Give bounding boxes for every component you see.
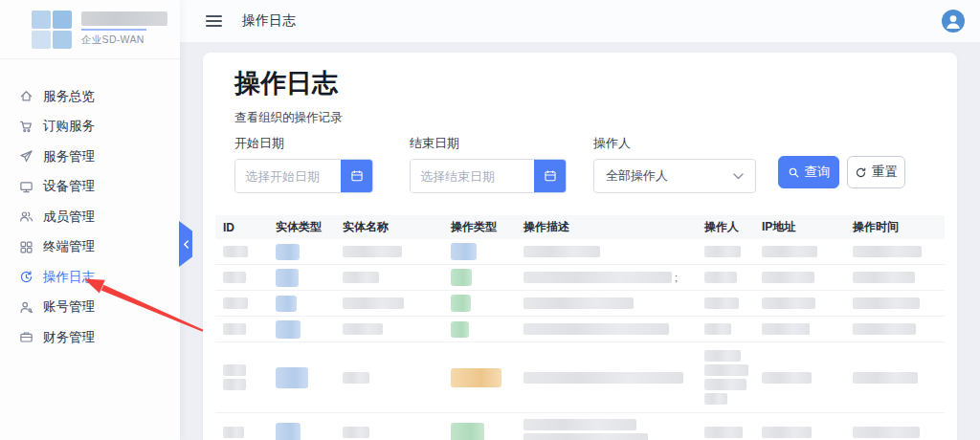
sidebar-item-order[interactable]: 订购服务	[0, 112, 180, 143]
redacted-block	[704, 350, 741, 362]
brand-underline	[81, 29, 146, 31]
sidebar-item-label: 操作日志	[43, 269, 95, 286]
redacted-block	[343, 246, 402, 257]
sidebar-item-label: 终端管理	[43, 238, 95, 255]
end-date-calendar-button[interactable]	[534, 160, 566, 192]
green-badge	[451, 321, 469, 338]
sidebar-item-finance[interactable]: 财务管理	[0, 322, 180, 353]
table-cell	[268, 244, 335, 260]
table-cell	[215, 246, 268, 257]
redacted-text	[853, 427, 920, 438]
table-cell	[268, 320, 335, 339]
table-cell	[754, 272, 845, 283]
table-cell	[215, 427, 268, 438]
query-button[interactable]: 查询	[778, 156, 839, 188]
redacted-block	[223, 246, 248, 257]
log-card: 操作日志 查看组织的操作记录 开始日期 结束日期	[203, 53, 957, 440]
menu-toggle-icon[interactable]	[206, 15, 222, 27]
sidebar-item-member[interactable]: 成员管理	[0, 202, 180, 232]
redacted-text	[343, 427, 369, 438]
redacted-block	[523, 419, 636, 430]
table-cell	[335, 297, 443, 309]
wallet-icon	[19, 330, 34, 345]
table-cell	[215, 297, 268, 309]
end-date-input[interactable]	[411, 160, 534, 192]
redacted-text	[704, 272, 737, 283]
sidebar-item-device[interactable]: 设备管理	[0, 172, 180, 203]
sidebar-item-label: 财务管理	[43, 329, 95, 346]
sidebar-item-account[interactable]: 账号管理	[0, 293, 180, 323]
redacted-block	[223, 364, 246, 376]
redacted-text	[704, 323, 731, 335]
redacted-text	[853, 246, 922, 257]
redacted-text	[343, 272, 379, 283]
table-cell	[845, 297, 945, 309]
brand-subtitle: 企业SD-WAN	[81, 33, 167, 47]
topbar: 操作日志	[180, 0, 980, 42]
redacted-block	[523, 433, 648, 440]
redacted-text	[853, 323, 916, 335]
table-row	[215, 413, 945, 440]
table-header: ID实体类型实体名称操作类型操作描述操作人IP地址操作时间	[215, 215, 945, 239]
table-cell	[754, 427, 845, 438]
redacted-block	[343, 427, 369, 438]
table-cell	[845, 323, 945, 335]
redacted-text	[343, 246, 402, 257]
home-icon	[19, 89, 34, 104]
sidebar-item-label: 服务总览	[43, 88, 95, 105]
user-avatar[interactable]	[942, 10, 965, 33]
blue-badge	[276, 269, 299, 287]
chevron-down-icon	[733, 173, 744, 180]
start-date-calendar-button[interactable]	[341, 160, 372, 192]
blue-badge	[276, 244, 300, 260]
table-cell	[215, 364, 268, 390]
send-icon	[19, 149, 34, 165]
sidebar-item-label: 设备管理	[43, 178, 95, 195]
redacted-text	[223, 427, 244, 438]
table-row: ;	[215, 265, 945, 291]
table-row	[215, 239, 945, 265]
column-header: 实体类型	[268, 219, 335, 235]
redacted-block	[523, 323, 669, 335]
table-cell	[268, 296, 335, 312]
redacted-block	[343, 372, 369, 384]
sidebar-item-logs[interactable]: 操作日志	[0, 262, 180, 293]
table-cell	[335, 246, 443, 257]
redacted-block	[853, 246, 922, 257]
redacted-block	[223, 272, 246, 283]
redacted-block	[223, 323, 246, 335]
reset-button[interactable]: 重置	[847, 156, 905, 188]
orange-badge	[451, 368, 501, 387]
table-body: ;	[215, 239, 945, 440]
table-cell	[268, 423, 335, 440]
table-cell	[754, 372, 845, 384]
table-cell	[516, 419, 697, 440]
brand-area: 企业SD-WAN	[0, 0, 180, 59]
search-icon	[788, 166, 800, 179]
blue-badge	[276, 367, 308, 388]
redacted-block	[523, 272, 672, 283]
redacted-text	[343, 323, 383, 335]
sidebar-item-terminal[interactable]: 终端管理	[0, 232, 180, 263]
redacted-text	[223, 272, 246, 283]
table-cell	[335, 323, 443, 335]
redacted-text	[523, 372, 683, 384]
redacted-block	[853, 323, 916, 335]
table-cell	[443, 368, 516, 387]
sidebar-item-label: 订购服务	[43, 118, 95, 135]
sidebar-item-service[interactable]: 服务管理	[0, 142, 180, 172]
redacted-text	[704, 427, 743, 438]
redacted-block	[704, 393, 727, 405]
table-cell	[215, 272, 268, 283]
column-header: ID	[215, 221, 268, 234]
redacted-block	[853, 297, 920, 309]
sidebar-item-overview[interactable]: 服务总览	[0, 81, 180, 112]
redacted-block	[223, 427, 244, 438]
operator-select[interactable]: 全部操作人	[593, 159, 756, 193]
redacted-text	[762, 272, 814, 283]
column-header: IP地址	[754, 219, 845, 235]
sidebar-item-label: 账号管理	[43, 298, 95, 316]
start-date-input[interactable]	[235, 160, 341, 192]
table-cell	[697, 350, 754, 405]
cart-icon	[19, 119, 34, 134]
